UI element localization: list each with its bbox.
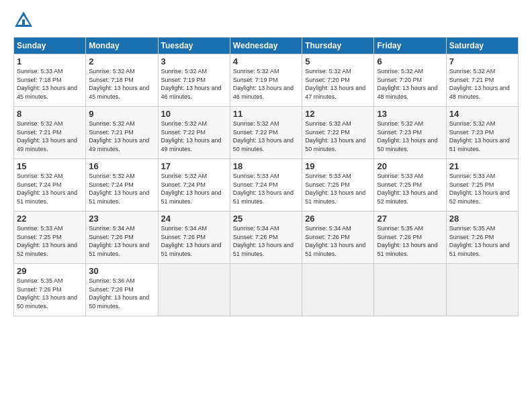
header-cell-saturday: Saturday [446,38,518,54]
day-cell: 23 Sunrise: 5:34 AM Sunset: 7:26 PM Dayl… [86,212,158,264]
day-cell: 6 Sunrise: 5:32 AM Sunset: 7:20 PM Dayli… [374,54,446,107]
day-cell [374,264,446,316]
day-number: 2 [89,56,154,66]
day-number: 27 [377,214,443,224]
day-cell: 5 Sunrise: 5:32 AM Sunset: 7:20 PM Dayli… [302,54,374,107]
day-number: 23 [89,214,154,224]
day-number: 4 [233,56,299,66]
day-cell: 21 Sunrise: 5:33 AM Sunset: 7:25 PM Dayl… [446,159,518,212]
day-cell: 18 Sunrise: 5:33 AM Sunset: 7:24 PM Dayl… [230,159,302,212]
day-info: Sunrise: 5:35 AM Sunset: 7:26 PM Dayligh… [449,225,510,257]
day-cell [230,264,302,316]
day-cell: 22 Sunrise: 5:33 AM Sunset: 7:25 PM Dayl… [14,212,86,264]
day-info: Sunrise: 5:32 AM Sunset: 7:21 PM Dayligh… [89,120,149,152]
header-cell-sunday: Sunday [14,38,86,54]
day-cell: 9 Sunrise: 5:32 AM Sunset: 7:21 PM Dayli… [86,107,158,159]
day-number: 21 [449,161,515,171]
day-number: 19 [305,161,371,171]
week-row-5: 29 Sunrise: 5:35 AM Sunset: 7:26 PM Dayl… [14,264,519,316]
day-cell: 4 Sunrise: 5:32 AM Sunset: 7:19 PM Dayli… [230,54,302,107]
day-number: 3 [161,56,227,66]
day-cell: 28 Sunrise: 5:35 AM Sunset: 7:26 PM Dayl… [446,212,518,264]
calendar-header: SundayMondayTuesdayWednesdayThursdayFrid… [14,38,519,54]
day-cell: 3 Sunrise: 5:32 AM Sunset: 7:19 PM Dayli… [158,54,230,107]
day-info: Sunrise: 5:33 AM Sunset: 7:25 PM Dayligh… [305,173,365,205]
week-row-1: 1 Sunrise: 5:33 AM Sunset: 7:18 PM Dayli… [14,54,519,107]
day-number: 20 [377,161,443,171]
day-info: Sunrise: 5:32 AM Sunset: 7:24 PM Dayligh… [161,173,222,205]
day-cell: 14 Sunrise: 5:32 AM Sunset: 7:23 PM Dayl… [446,107,518,159]
day-number: 14 [449,109,515,119]
day-number: 18 [233,161,299,171]
day-cell: 13 Sunrise: 5:32 AM Sunset: 7:23 PM Dayl… [374,107,446,159]
day-info: Sunrise: 5:34 AM Sunset: 7:26 PM Dayligh… [161,225,222,257]
day-number: 5 [305,56,371,66]
day-number: 16 [89,161,154,171]
day-cell: 24 Sunrise: 5:34 AM Sunset: 7:26 PM Dayl… [158,212,230,264]
day-number: 11 [233,109,299,119]
day-number: 22 [17,214,83,224]
day-info: Sunrise: 5:32 AM Sunset: 7:24 PM Dayligh… [17,173,77,205]
day-cell: 20 Sunrise: 5:33 AM Sunset: 7:25 PM Dayl… [374,159,446,212]
day-info: Sunrise: 5:34 AM Sunset: 7:26 PM Dayligh… [233,225,294,257]
day-number: 17 [161,161,227,171]
day-info: Sunrise: 5:33 AM Sunset: 7:25 PM Dayligh… [377,173,437,205]
header-cell-tuesday: Tuesday [158,38,230,54]
day-info: Sunrise: 5:33 AM Sunset: 7:25 PM Dayligh… [449,173,510,205]
day-cell: 16 Sunrise: 5:32 AM Sunset: 7:24 PM Dayl… [86,159,158,212]
day-info: Sunrise: 5:32 AM Sunset: 7:21 PM Dayligh… [17,120,77,152]
day-info: Sunrise: 5:32 AM Sunset: 7:19 PM Dayligh… [233,68,294,100]
day-info: Sunrise: 5:32 AM Sunset: 7:20 PM Dayligh… [305,68,365,100]
day-info: Sunrise: 5:33 AM Sunset: 7:25 PM Dayligh… [17,225,77,257]
day-info: Sunrise: 5:33 AM Sunset: 7:18 PM Dayligh… [17,68,77,100]
calendar-body: 1 Sunrise: 5:33 AM Sunset: 7:18 PM Dayli… [14,54,519,316]
day-number: 9 [89,109,154,119]
day-number: 15 [17,161,83,171]
day-info: Sunrise: 5:35 AM Sunset: 7:26 PM Dayligh… [17,277,77,310]
day-cell: 19 Sunrise: 5:33 AM Sunset: 7:25 PM Dayl… [302,159,374,212]
day-info: Sunrise: 5:32 AM Sunset: 7:23 PM Dayligh… [449,120,510,152]
day-cell: 7 Sunrise: 5:32 AM Sunset: 7:21 PM Dayli… [446,54,518,107]
day-number: 8 [17,109,83,119]
day-cell: 1 Sunrise: 5:33 AM Sunset: 7:18 PM Dayli… [14,54,86,107]
day-cell: 25 Sunrise: 5:34 AM Sunset: 7:26 PM Dayl… [230,212,302,264]
day-number: 7 [449,56,515,66]
day-cell: 26 Sunrise: 5:34 AM Sunset: 7:26 PM Dayl… [302,212,374,264]
day-number: 25 [233,214,299,224]
day-info: Sunrise: 5:32 AM Sunset: 7:24 PM Dayligh… [89,173,149,205]
day-number: 1 [17,56,83,66]
day-cell: 15 Sunrise: 5:32 AM Sunset: 7:24 PM Dayl… [14,159,86,212]
calendar-table: SundayMondayTuesdayWednesdayThursdayFrid… [13,37,519,316]
day-number: 6 [377,56,443,66]
day-cell [158,264,230,316]
day-cell: 27 Sunrise: 5:35 AM Sunset: 7:26 PM Dayl… [374,212,446,264]
logo [13,10,35,30]
day-number: 10 [161,109,227,119]
header-row: SundayMondayTuesdayWednesdayThursdayFrid… [14,38,519,54]
day-cell: 10 Sunrise: 5:32 AM Sunset: 7:22 PM Dayl… [158,107,230,159]
day-number: 29 [17,266,83,276]
day-number: 28 [449,214,515,224]
day-cell [446,264,518,316]
day-number: 24 [161,214,227,224]
day-cell: 8 Sunrise: 5:32 AM Sunset: 7:21 PM Dayli… [14,107,86,159]
day-cell: 2 Sunrise: 5:32 AM Sunset: 7:18 PM Dayli… [86,54,158,107]
day-info: Sunrise: 5:36 AM Sunset: 7:26 PM Dayligh… [89,277,149,310]
day-number: 26 [305,214,371,224]
header-cell-wednesday: Wednesday [230,38,302,54]
header-cell-thursday: Thursday [302,38,374,54]
day-info: Sunrise: 5:34 AM Sunset: 7:26 PM Dayligh… [89,225,149,257]
day-cell: 12 Sunrise: 5:32 AM Sunset: 7:22 PM Dayl… [302,107,374,159]
day-info: Sunrise: 5:35 AM Sunset: 7:26 PM Dayligh… [377,225,437,257]
day-number: 12 [305,109,371,119]
week-row-2: 8 Sunrise: 5:32 AM Sunset: 7:21 PM Dayli… [14,107,519,159]
day-info: Sunrise: 5:33 AM Sunset: 7:24 PM Dayligh… [233,173,294,205]
day-number: 13 [377,109,443,119]
day-cell: 17 Sunrise: 5:32 AM Sunset: 7:24 PM Dayl… [158,159,230,212]
header [13,10,519,30]
logo-icon [13,10,34,30]
day-cell: 11 Sunrise: 5:32 AM Sunset: 7:22 PM Dayl… [230,107,302,159]
day-cell: 29 Sunrise: 5:35 AM Sunset: 7:26 PM Dayl… [14,264,86,316]
day-info: Sunrise: 5:32 AM Sunset: 7:22 PM Dayligh… [161,120,222,152]
day-info: Sunrise: 5:32 AM Sunset: 7:22 PM Dayligh… [233,120,294,152]
